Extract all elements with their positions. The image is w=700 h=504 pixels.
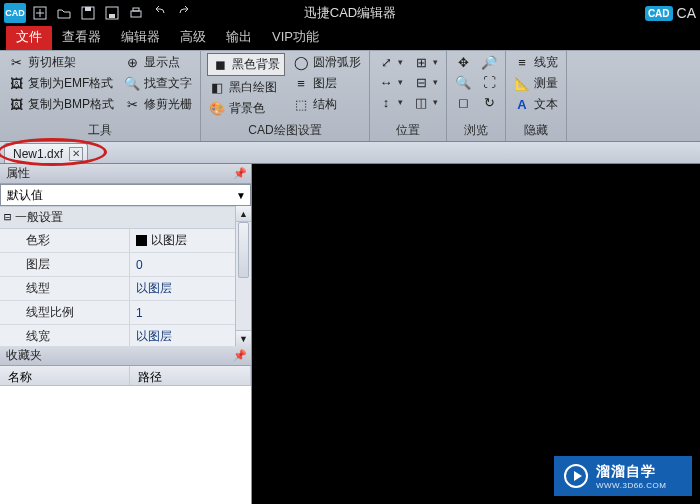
pin-icon[interactable]: 📌 — [233, 167, 247, 180]
black-bg-icon: ◼ — [212, 57, 228, 73]
chevron-down-icon: ▾ — [398, 97, 403, 107]
show-point-icon: ⊕ — [124, 55, 140, 71]
save-icon[interactable] — [78, 3, 98, 23]
ribbon-btn[interactable]: ✥ — [453, 53, 473, 71]
svg-rect-4 — [85, 7, 91, 11]
ribbon-label: 找查文字 — [144, 75, 192, 92]
ribbon-btn[interactable]: ↕▾ — [376, 93, 405, 111]
pos4-icon: ⊞ — [413, 54, 429, 70]
pos5-icon: ⊟ — [413, 74, 429, 90]
property-row[interactable]: 线型以图层 — [0, 277, 251, 301]
new-file-icon[interactable] — [30, 3, 50, 23]
menu-编辑器[interactable]: 编辑器 — [111, 25, 170, 50]
scroll-thumb[interactable] — [238, 222, 249, 278]
ribbon-btn[interactable]: ◯圆滑弧形 — [291, 53, 363, 72]
ribbon-btn[interactable]: 📐测量 — [512, 74, 560, 93]
ribbon-btn[interactable]: ◼黑色背景 — [207, 53, 285, 76]
ribbon-btn[interactable]: ↔▾ — [376, 73, 405, 91]
ribbon-btn[interactable]: 🔍找查文字 — [122, 74, 194, 93]
menu-查看器[interactable]: 查看器 — [52, 25, 111, 50]
menu-输出[interactable]: 输出 — [216, 25, 262, 50]
crop-icon: ✂︎ — [8, 55, 24, 71]
undo-icon[interactable] — [150, 3, 170, 23]
ribbon-btn[interactable]: ⊕显示点 — [122, 53, 194, 72]
favorites-col-name[interactable]: 名称 — [0, 366, 130, 385]
ribbon-group-title: 隐藏 — [512, 121, 560, 139]
property-key: 线宽 — [0, 325, 130, 346]
ribbon-btn[interactable]: ⤢▾ — [376, 53, 405, 71]
property-row[interactable]: 图层0 — [0, 253, 251, 277]
pin-icon[interactable]: 📌 — [233, 349, 247, 362]
redo-icon[interactable] — [174, 3, 194, 23]
ribbon-btn[interactable]: ⬚结构 — [291, 95, 363, 114]
ribbon-btn[interactable]: ⊞▾ — [411, 53, 440, 71]
titlebar: CAD 迅捷CAD编辑器 CAD CA — [0, 0, 700, 26]
dropdown-value: 默认值 — [7, 187, 43, 204]
ribbon-label: 黑白绘图 — [229, 79, 277, 96]
ribbon-btn[interactable]: 🖼复制为EMF格式 — [6, 74, 116, 93]
favorites-title: 收藏夹 📌 — [0, 346, 251, 366]
chevron-down-icon: ▾ — [433, 77, 438, 87]
properties-section[interactable]: ⊟ 一般设置 — [0, 206, 251, 229]
watermark-main: 溜溜自学 — [596, 463, 666, 481]
ribbon-btn[interactable]: ⛶ — [479, 73, 499, 91]
properties-dropdown[interactable]: 默认值 ▼ — [0, 184, 251, 206]
ribbon-group-位置: ⤢▾↔▾↕▾⊞▾⊟▾◫▾位置 — [370, 51, 447, 141]
scroll-down-icon[interactable]: ▼ — [236, 330, 251, 346]
drawing-canvas[interactable]: 溜溜自学 WWW.3D66.COM — [252, 164, 700, 504]
property-row[interactable]: 色彩以图层 — [0, 229, 251, 253]
print-icon[interactable] — [126, 3, 146, 23]
open-icon[interactable] — [54, 3, 74, 23]
ribbon-btn[interactable]: ≡线宽 — [512, 53, 560, 72]
ribbon-btn[interactable]: ✂︎剪切框架 — [6, 53, 116, 72]
property-value[interactable]: 以图层 — [130, 277, 251, 300]
ribbon-btn[interactable]: 🖼复制为BMP格式 — [6, 95, 116, 114]
favorites-col-path[interactable]: 路径 — [130, 366, 251, 385]
menu-文件[interactable]: 文件 — [6, 25, 52, 50]
zoom-in-icon: 🔍 — [455, 74, 471, 90]
ribbon-btn[interactable]: ↻ — [479, 93, 499, 111]
ribbon-btn[interactable]: A文本 — [512, 95, 560, 114]
properties-title: 属性 📌 — [0, 164, 251, 184]
svg-rect-7 — [131, 11, 141, 17]
chevron-down-icon: ▾ — [398, 57, 403, 67]
property-value[interactable]: 以图层 — [130, 325, 251, 346]
panel-title-label: 属性 — [6, 165, 30, 182]
layers-icon: ≡ — [293, 76, 309, 92]
left-panel: 属性 📌 默认值 ▼ ⊟ 一般设置 色彩以图层图层0线型以图层线型比例1线宽以图… — [0, 164, 252, 504]
property-row[interactable]: 线宽以图层 — [0, 325, 251, 346]
ribbon-btn[interactable]: ◫▾ — [411, 93, 440, 111]
property-value[interactable]: 以图层 — [130, 229, 251, 252]
ribbon-btn[interactable]: ◧黑白绘图 — [207, 78, 285, 97]
ribbon-label: 显示点 — [144, 54, 180, 71]
close-icon[interactable]: ✕ — [69, 147, 83, 161]
ribbon-btn[interactable]: ◻ — [453, 93, 473, 111]
menu-高级[interactable]: 高级 — [170, 25, 216, 50]
pan-icon: ✥ — [455, 54, 471, 70]
ribbon-btn[interactable]: ✂︎修剪光栅 — [122, 95, 194, 114]
property-value[interactable]: 0 — [130, 253, 251, 276]
ribbon-btn[interactable]: 🔎 — [479, 53, 499, 71]
property-value[interactable]: 1 — [130, 301, 251, 324]
ribbon-group-CAD绘图设置: ◼黑色背景◧黑白绘图🎨背景色◯圆滑弧形≡图层⬚结构CAD绘图设置 — [201, 51, 370, 141]
ribbon-label: 线宽 — [534, 54, 558, 71]
bw-draw-icon: ◧ — [209, 80, 225, 96]
ribbon-btn[interactable]: ⊟▾ — [411, 73, 440, 91]
save-as-icon[interactable] — [102, 3, 122, 23]
ribbon-btn[interactable]: 🔍 — [453, 73, 473, 91]
bmp-icon: 🖼 — [8, 97, 24, 113]
chevron-down-icon: ▼ — [236, 190, 246, 201]
favorites-columns: 名称 路径 — [0, 366, 251, 386]
pos3-icon: ↕ — [378, 94, 394, 110]
property-key: 图层 — [0, 253, 130, 276]
ribbon-group-隐藏: ≡线宽📐测量A文本隐藏 — [506, 51, 567, 141]
scrollbar[interactable]: ▲ ▼ — [235, 206, 251, 346]
property-row[interactable]: 线型比例1 — [0, 301, 251, 325]
ribbon-label: 剪切框架 — [28, 54, 76, 71]
ribbon-btn[interactable]: ≡图层 — [291, 74, 363, 93]
document-tab[interactable]: New1.dxf ✕ — [4, 143, 88, 163]
scroll-up-icon[interactable]: ▲ — [236, 206, 251, 222]
ribbon-btn[interactable]: 🎨背景色 — [207, 99, 285, 118]
menu-VIP功能[interactable]: VIP功能 — [262, 25, 329, 50]
ribbon-group-title: CAD绘图设置 — [207, 121, 363, 139]
